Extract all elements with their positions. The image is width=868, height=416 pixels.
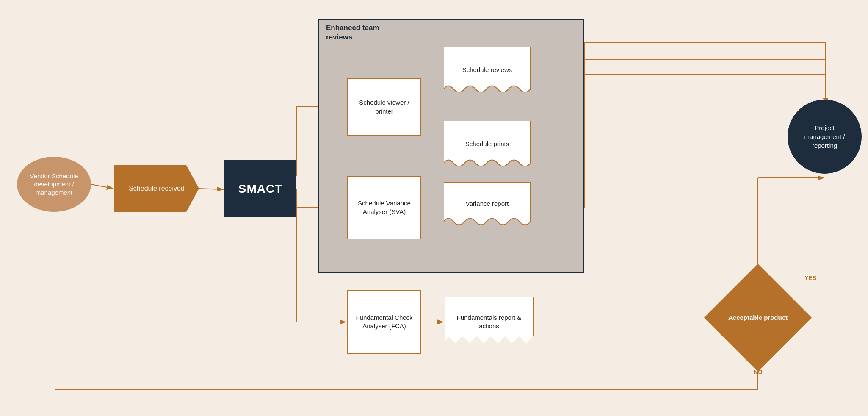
schedule-received-label: Schedule received (129, 184, 185, 193)
enhanced-team-title: Enhanced team reviews (326, 23, 379, 42)
schedule-received-node: Schedule received (114, 165, 199, 212)
variance-report-node: Variance report (444, 182, 531, 233)
fca-label: Fundamental Check Analyser (FCA) (351, 313, 417, 331)
no-label: NO (754, 369, 763, 375)
smact-node: SMACT (224, 160, 296, 217)
acceptable-product-label: Acceptable product (728, 313, 788, 322)
schedule-reviews-label: Schedule reviews (444, 47, 531, 94)
project-management-node: Project management / reporting (788, 100, 862, 174)
sva-node: Schedule Variance Analyser (SVA) (347, 176, 421, 239)
variance-report-label: Variance report (444, 182, 531, 225)
svg-line-3 (199, 189, 224, 189)
acceptable-product-label-container: Acceptable product (720, 280, 796, 356)
schedule-viewer-label: Schedule viewer / printer (351, 98, 417, 116)
fundamentals-report-node: Fundamentals report & actions (445, 297, 534, 347)
fca-node: Fundamental Check Analyser (FCA) (347, 290, 421, 354)
diagram-container: Vendor Schedule development / management… (0, 0, 868, 416)
fundamentals-report-label: Fundamentals report & actions (449, 313, 529, 331)
schedule-prints-label: Schedule prints (444, 121, 531, 168)
schedule-viewer-node: Schedule viewer / printer (347, 78, 421, 136)
vendor-schedule-label: Vendor Schedule development / management (21, 172, 87, 197)
vendor-schedule-node: Vendor Schedule development / management (17, 157, 91, 212)
smact-label: SMACT (238, 182, 283, 196)
yes-label: YES (804, 275, 816, 281)
project-management-label: Project management / reporting (796, 123, 853, 150)
sva-label: Schedule Variance Analyser (SVA) (351, 199, 417, 216)
schedule-prints-node: Schedule prints (444, 121, 531, 176)
svg-line-2 (91, 184, 113, 189)
schedule-reviews-node: Schedule reviews (444, 47, 531, 102)
